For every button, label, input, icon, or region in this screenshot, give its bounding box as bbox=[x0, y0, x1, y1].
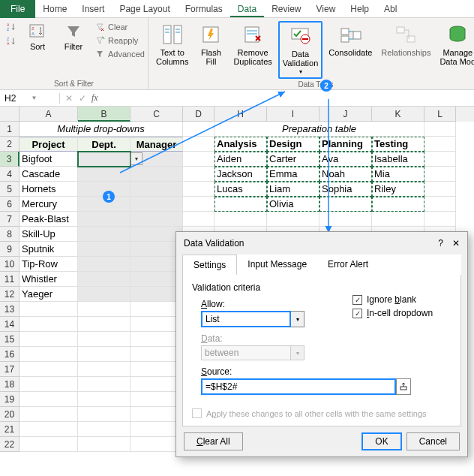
cell-A16[interactable] bbox=[20, 347, 78, 362]
confirm-edit-icon[interactable]: ✓ bbox=[76, 93, 88, 104]
cell-K5[interactable]: Riley bbox=[372, 182, 424, 197]
row-header-7[interactable]: 7 bbox=[0, 212, 20, 227]
ignore-blank-checkbox[interactable]: ✓Ignore blank bbox=[352, 294, 433, 305]
dialog-help-button[interactable]: ? bbox=[438, 238, 443, 249]
col-header-K[interactable]: K bbox=[372, 107, 424, 122]
col-header-B[interactable]: B bbox=[78, 107, 130, 122]
sort-az-button[interactable]: AZ bbox=[4, 21, 18, 33]
cell-B19[interactable] bbox=[78, 392, 130, 407]
tab-help[interactable]: Help bbox=[343, 1, 376, 17]
cell-D6[interactable] bbox=[183, 197, 214, 212]
row-header-3[interactable]: 3 bbox=[0, 152, 20, 167]
text-to-columns-button[interactable]: Text to Columns bbox=[153, 21, 191, 68]
cell-K3[interactable]: Isabella bbox=[372, 152, 424, 167]
col-header-D[interactable]: D bbox=[183, 107, 214, 122]
cell-B4[interactable] bbox=[78, 167, 130, 182]
cell-A18[interactable] bbox=[20, 377, 78, 392]
cell-L1[interactable] bbox=[424, 122, 456, 137]
row-header-11[interactable]: 11 bbox=[0, 272, 20, 287]
cell-B17[interactable] bbox=[78, 362, 130, 377]
cell-I5[interactable]: Liam bbox=[267, 182, 320, 197]
cell-C2[interactable]: Manager bbox=[130, 137, 183, 152]
manage-data-model-button[interactable]: Manage Data Mod bbox=[436, 21, 474, 68]
dialog-tab-settings[interactable]: Settings bbox=[182, 255, 237, 275]
tab-file[interactable]: File bbox=[0, 0, 35, 18]
tab-data[interactable]: Data bbox=[230, 1, 264, 17]
cell-K4[interactable]: Mia bbox=[372, 167, 424, 182]
row-header-5[interactable]: 5 bbox=[0, 182, 20, 197]
sort-button[interactable]: ZA Sort bbox=[21, 21, 54, 53]
name-box[interactable]: H2▼ bbox=[0, 93, 60, 104]
cell-H1[interactable]: Preparation table bbox=[214, 122, 424, 137]
cell-B14[interactable] bbox=[78, 317, 130, 332]
clear-all-button[interactable]: Clear All bbox=[184, 432, 243, 450]
cell-H2[interactable]: Analysis bbox=[214, 137, 267, 152]
cell-I3[interactable]: Carter bbox=[267, 152, 320, 167]
cell-B13[interactable] bbox=[78, 302, 130, 317]
cell-L6[interactable] bbox=[424, 197, 456, 212]
row-header-12[interactable]: 12 bbox=[0, 287, 20, 302]
cell-A14[interactable] bbox=[20, 317, 78, 332]
filter-button[interactable]: Filter bbox=[57, 21, 90, 53]
cell-C7[interactable] bbox=[130, 212, 183, 227]
cell-D5[interactable] bbox=[183, 182, 214, 197]
cell-A15[interactable] bbox=[20, 332, 78, 347]
cell-B21[interactable] bbox=[78, 422, 130, 437]
cell-A3[interactable]: Bigfoot bbox=[20, 152, 78, 167]
tab-review[interactable]: Review bbox=[264, 1, 308, 17]
col-header-J[interactable]: J bbox=[320, 107, 372, 122]
cell-A10[interactable]: Tip-Row bbox=[20, 257, 78, 272]
dropdown-handle[interactable]: ▼ bbox=[130, 152, 142, 165]
cell-B16[interactable] bbox=[78, 347, 130, 362]
row-header-22[interactable]: 22 bbox=[0, 437, 20, 452]
fx-icon[interactable]: fx bbox=[92, 92, 98, 104]
cell-L3[interactable] bbox=[424, 152, 456, 167]
cell-A22[interactable] bbox=[20, 437, 78, 452]
cell-B8[interactable] bbox=[78, 227, 130, 242]
row-header-14[interactable]: 14 bbox=[0, 317, 20, 332]
cancel-button[interactable]: Cancel bbox=[406, 432, 460, 450]
cell-A4[interactable]: Cascade bbox=[20, 167, 78, 182]
cell-B20[interactable] bbox=[78, 407, 130, 422]
cancel-edit-icon[interactable]: ✕ bbox=[63, 93, 75, 104]
col-header-C[interactable]: C bbox=[130, 107, 183, 122]
clear-filter-button[interactable]: Clear bbox=[93, 21, 146, 33]
tab-insert[interactable]: Insert bbox=[74, 1, 112, 17]
cell-B15[interactable] bbox=[78, 332, 130, 347]
consolidate-button[interactable]: Consolidate bbox=[326, 21, 375, 59]
cell-B22[interactable] bbox=[78, 437, 130, 452]
cell-D3[interactable] bbox=[183, 152, 214, 167]
ok-button[interactable]: OK bbox=[362, 432, 401, 450]
row-header-2[interactable]: 2 bbox=[0, 137, 20, 152]
dialog-tab-input-message[interactable]: Input Message bbox=[237, 255, 317, 275]
cell-J4[interactable]: Noah bbox=[320, 167, 372, 182]
cell-I6[interactable]: Olivia bbox=[267, 197, 320, 212]
range-selector-button[interactable] bbox=[396, 378, 411, 395]
cell-K6[interactable] bbox=[372, 197, 424, 212]
cell-J7[interactable] bbox=[320, 212, 372, 227]
col-header-I[interactable]: I bbox=[267, 107, 320, 122]
tab-formulas[interactable]: Formulas bbox=[178, 1, 230, 17]
cell-H6[interactable] bbox=[214, 197, 267, 212]
flash-fill-button[interactable]: Flash Fill bbox=[194, 21, 227, 68]
row-header-6[interactable]: 6 bbox=[0, 197, 20, 212]
cell-C5[interactable] bbox=[130, 182, 183, 197]
cell-A11[interactable]: Whistler bbox=[20, 272, 78, 287]
cell-K2[interactable]: Testing bbox=[372, 137, 424, 152]
row-header-15[interactable]: 15 bbox=[0, 332, 20, 347]
row-header-16[interactable]: 16 bbox=[0, 347, 20, 362]
cell-B9[interactable] bbox=[78, 242, 130, 257]
cell-A5[interactable]: Hornets bbox=[20, 182, 78, 197]
reapply-button[interactable]: Reapply bbox=[93, 35, 146, 47]
cell-A2[interactable]: Project bbox=[20, 137, 78, 152]
cell-B11[interactable] bbox=[78, 272, 130, 287]
cell-A9[interactable]: Sputnik bbox=[20, 242, 78, 257]
cell-J2[interactable]: Planning bbox=[320, 137, 372, 152]
cell-H7[interactable] bbox=[214, 212, 267, 227]
cell-A20[interactable] bbox=[20, 407, 78, 422]
col-header-H[interactable]: H bbox=[214, 107, 267, 122]
cell-C4[interactable] bbox=[130, 167, 183, 182]
cell-B12[interactable] bbox=[78, 287, 130, 302]
cell-A21[interactable] bbox=[20, 422, 78, 437]
cell-J6[interactable] bbox=[320, 197, 372, 212]
